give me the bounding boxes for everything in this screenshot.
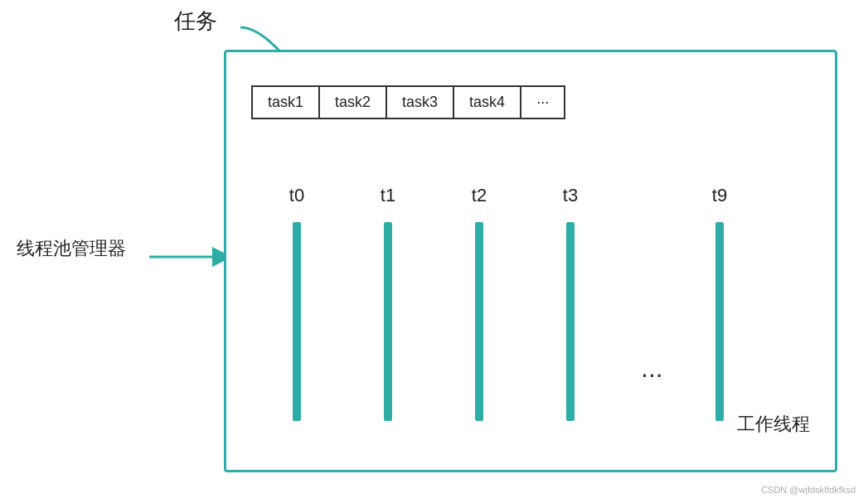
- thread-bar-wrapper-t3: [525, 222, 616, 421]
- thread-bar-t1: [384, 222, 392, 421]
- thread-bar-t2: [475, 222, 483, 421]
- thread-bar-wrapper-t0: [251, 222, 342, 421]
- thread-bars-row: [251, 222, 815, 421]
- thread-labels-row: t0 t1 t2 t3 t9: [251, 185, 815, 206]
- thread-label-t9: t9: [674, 185, 765, 206]
- thread-bar-t0: [293, 222, 301, 421]
- thread-label-t3: t3: [525, 185, 616, 206]
- manager-label: 线程池管理器: [17, 236, 126, 261]
- renwu-label: 任务: [174, 7, 217, 36]
- thread-label-t2: t2: [434, 185, 525, 206]
- thread-bar-t3: [566, 222, 575, 421]
- task-cell-3: task3: [387, 87, 454, 118]
- task-cell-4: task4: [454, 87, 521, 118]
- thread-ellipsis: ···: [641, 359, 663, 389]
- thread-bar-t9: [715, 222, 724, 421]
- main-container: task1 task2 task3 task4 ··· t0 t1 t2 t3 …: [224, 50, 837, 472]
- thread-bar-wrapper-t1: [342, 222, 434, 421]
- task-cell-2: task2: [320, 87, 387, 118]
- thread-label-t1: t1: [342, 185, 434, 206]
- watermark: CSDN @wjfdskIfdkfksd: [761, 485, 856, 495]
- manager-arrow: [149, 249, 232, 265]
- task-cell-more: ···: [521, 87, 564, 118]
- thread-bar-wrapper-t2: [434, 222, 525, 421]
- task-cell-1: task1: [253, 87, 320, 118]
- thread-bar-wrapper-t9: [674, 222, 765, 421]
- thread-label-t0: t0: [251, 185, 342, 206]
- worker-label: 工作线程: [737, 412, 810, 437]
- task-queue: task1 task2 task3 task4 ···: [251, 85, 565, 119]
